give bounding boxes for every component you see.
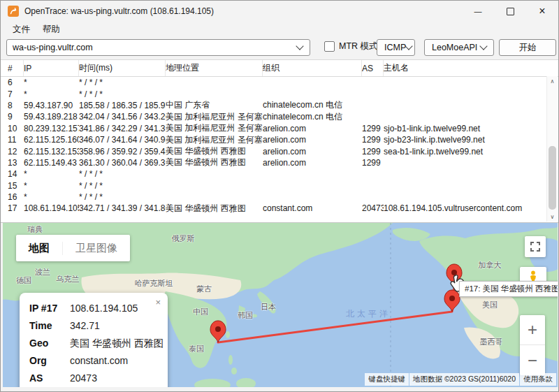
cell-num: 7 (8, 89, 24, 99)
menu-help[interactable]: 帮助 (36, 22, 66, 37)
attribution-link[interactable]: 使用条款 (520, 373, 556, 386)
column-header[interactable]: 主机名 (384, 60, 558, 76)
cell-ip: * (24, 192, 79, 202)
route-map[interactable]: 瑞典俄罗斯波兰德国乌克兰哈萨克斯坦蒙古中国韩国日本泰国北太平洋加拿大美国墨西哥 … (3, 223, 558, 387)
window-title: OpenTrace: wa-us-ping.vultr.com (108.61.… (24, 6, 214, 16)
column-header[interactable]: 组织 (263, 60, 362, 76)
cell-org: chinatelecom.cn 电信 (263, 111, 362, 123)
popup-row: Orgconstant.com (29, 352, 159, 370)
cell-org: constant.com (263, 203, 362, 213)
cell-geo: 中国 广东省 (166, 99, 263, 111)
host-combobox[interactable] (6, 39, 310, 56)
cell-ip: 62.115.149.43 (24, 158, 79, 168)
popup-label: Time (29, 317, 70, 335)
cell-time: 342.04 / 341.56 / 343.20 (79, 112, 166, 122)
trace-row[interactable]: 1362.115.149.43361.30 / 360.04 / 369.31美… (1, 157, 558, 168)
start-button[interactable]: 开始 (499, 39, 556, 56)
column-header[interactable]: 地理位置 (166, 60, 263, 76)
cell-ip: 59.43.187.90 (24, 101, 79, 110)
cell-as: 20473 (362, 203, 384, 213)
trace-row[interactable]: 859.43.187.90185.58 / 186.35 / 185.93中国 … (1, 100, 558, 111)
cell-num: 17 (8, 203, 24, 213)
close-button[interactable]: × (526, 1, 558, 22)
cell-num: 13 (8, 158, 24, 168)
cell-num: 9 (8, 112, 24, 122)
protocol-select[interactable]: ICMP (377, 39, 415, 56)
popup-row: Time342.71 (29, 317, 159, 335)
cell-geo: 美国 加利福尼亚州 圣何塞 (166, 111, 263, 123)
mtr-checkbox[interactable] (324, 41, 335, 52)
app-window: OpenTrace: wa-us-ping.vultr.com (108.61.… (0, 0, 559, 392)
cell-ip: 62.115.125.160 (24, 135, 79, 145)
trace-row[interactable]: 1162.115.125.160346.07 / 341.64 / 340.98… (1, 134, 558, 145)
cell-host: sea-b1-link.ip.twelve99.net (384, 147, 558, 157)
cell-host: sjo-b23-link.ip.twelve99.net (384, 135, 558, 145)
popup-close-icon[interactable]: × (155, 297, 161, 307)
popup-row: IP #17108.61.194.105 (29, 300, 159, 317)
cell-as: 1299 (362, 135, 384, 145)
cell-org: arelion.com (263, 135, 362, 145)
cell-ip: 59.43.189.218 (24, 112, 79, 122)
close-icon: × (539, 5, 545, 17)
title-bar[interactable]: OpenTrace: wa-us-ping.vultr.com (108.61.… (1, 1, 558, 22)
popup-value: 108.61.194.105 (70, 300, 138, 317)
popup-value: constant.com (70, 352, 128, 370)
table-scrollbar[interactable]: ∧ ∨ (546, 76, 558, 222)
maximize-icon (507, 8, 514, 15)
cell-time: * / * / * (79, 169, 166, 179)
cell-as: 1299 (362, 158, 384, 168)
api-provider-select[interactable]: LeoMoeAPI (424, 39, 494, 56)
popup-label: IP #17 (29, 300, 70, 317)
cell-ip: 80.239.132.157 (24, 124, 79, 133)
cell-time: 341.86 / 342.29 / 341.32 (79, 124, 166, 133)
cell-ip: * (24, 181, 79, 191)
cell-ip: 108.61.194.105 (24, 203, 79, 213)
map-attribution: 键盘快捷键地图数据 ©2023 GS(2011)6020使用条款 (364, 373, 556, 386)
trace-row[interactable]: 14** / * / * (1, 168, 558, 180)
trace-row[interactable]: 959.43.189.218342.04 / 341.56 / 343.20美国… (1, 111, 558, 122)
column-header[interactable]: IP (24, 60, 79, 76)
cell-num: 16 (8, 192, 24, 202)
start-button-label: 开始 (519, 42, 537, 54)
trace-row[interactable]: 6** / * / * (1, 77, 558, 88)
column-header[interactable]: 时间(ms) (79, 60, 166, 76)
scroll-up-icon[interactable]: ∧ (547, 76, 558, 86)
cell-num: 8 (8, 101, 24, 110)
trace-row[interactable]: 16** / * / * (1, 191, 558, 203)
route-line (218, 286, 454, 342)
column-header[interactable]: AS (362, 60, 384, 76)
trace-row[interactable]: 7** / * / * (1, 88, 558, 99)
chevron-down-icon[interactable] (296, 42, 303, 50)
cell-time: 346.07 / 341.64 / 340.98 (79, 135, 166, 145)
cell-time: * / * / * (79, 89, 166, 99)
cell-geo: 美国 加利福尼亚州 圣何塞 (166, 122, 263, 134)
cell-time: 361.30 / 360.04 / 369.31 (79, 158, 166, 168)
scroll-down-icon[interactable]: ∨ (547, 212, 558, 222)
popup-row: Geo美国 华盛顿州 西雅图 (29, 335, 159, 352)
attribution-link[interactable]: 键盘快捷键 (365, 373, 409, 386)
cell-num: 6 (8, 78, 24, 87)
cell-num: 10 (8, 124, 24, 133)
trace-row[interactable]: 1080.239.132.157341.86 / 342.29 / 341.32… (1, 123, 558, 134)
host-input[interactable] (7, 43, 297, 52)
hop-info-popup: × IP #17108.61.194.105Time342.71Geo美国 华盛… (20, 293, 168, 387)
cell-as: 1299 (362, 147, 384, 157)
trace-row[interactable]: 1262.115.132.153358.96 / 359.92 / 359.48… (1, 145, 558, 157)
cell-time: 358.96 / 359.92 / 359.48 (79, 147, 166, 157)
cell-time: * / * / * (79, 192, 166, 202)
column-header[interactable]: # (8, 60, 24, 76)
protocol-value: ICMP (384, 43, 406, 52)
trace-table-header: #IP时间(ms)地理位置组织AS主机名 (1, 60, 558, 77)
marker-tooltip: #17: 美国 华盛顿州 西雅图 (459, 281, 558, 297)
chevron-down-icon (405, 42, 413, 50)
maximize-button[interactable] (494, 1, 526, 22)
attribution-text: 地图数据 ©2023 GS(2011)6020 (409, 373, 519, 386)
cell-org: arelion.com (263, 147, 362, 157)
minimize-button[interactable]: — (462, 1, 494, 22)
trace-row[interactable]: 17108.61.194.105342.71 / 341.39 / 341.86… (1, 203, 558, 214)
marker-guangdong[interactable] (210, 321, 226, 342)
scrollbar-thumb[interactable] (549, 146, 556, 210)
trace-row[interactable]: 15** / * / * (1, 180, 558, 191)
cell-org: chinatelecom.cn 电信 (263, 99, 362, 111)
menu-file[interactable]: 文件 (6, 22, 36, 37)
